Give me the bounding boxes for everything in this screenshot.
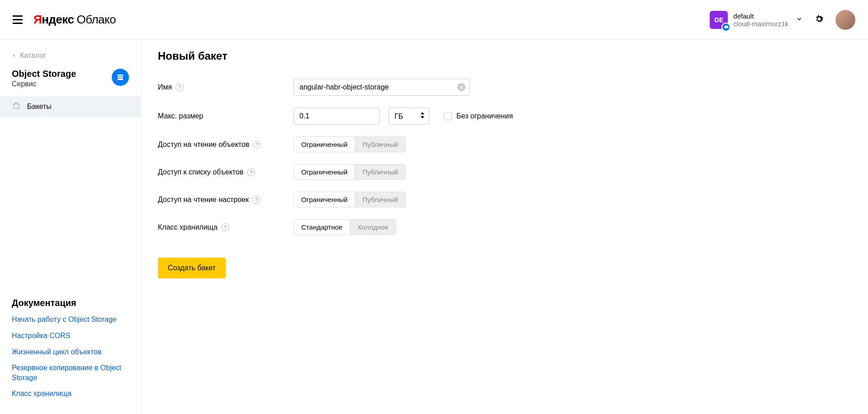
label-list-objects: Доступ к списку объектов bbox=[158, 168, 243, 176]
seg-storage-cold[interactable]: Холодное bbox=[350, 220, 396, 235]
back-label: Каталог bbox=[20, 52, 46, 60]
header-left: Яндекс Облако bbox=[13, 13, 116, 27]
seg-list-objects-restricted[interactable]: Ограниченный bbox=[294, 165, 355, 179]
chevron-left-icon bbox=[12, 52, 16, 59]
help-icon[interactable]: ? bbox=[221, 223, 229, 231]
layout: Каталог Object Storage Сервис Бакеты Док… bbox=[0, 40, 868, 414]
logo-ya: Я bbox=[33, 13, 42, 27]
row-list-objects: Доступ к списку объектов ? Ограниченный … bbox=[158, 164, 852, 180]
seg-read-settings-restricted[interactable]: Ограниченный bbox=[294, 192, 355, 207]
create-bucket-button[interactable]: Создать бакет bbox=[158, 258, 226, 278]
logo-cloud: Облако bbox=[77, 13, 116, 27]
account-selector[interactable]: DE default cloud-maximurz1k bbox=[710, 11, 803, 29]
account-badge: DE bbox=[710, 11, 728, 29]
service-header: Object Storage Сервис bbox=[0, 62, 141, 96]
label-storage-class: Класс хранилища bbox=[158, 223, 218, 231]
hamburger-menu-button[interactable] bbox=[13, 15, 23, 24]
doc-link-cors[interactable]: Настройка CORS bbox=[12, 331, 129, 341]
label-max-size: Макс. размер bbox=[158, 112, 203, 120]
account-name: default bbox=[733, 12, 788, 20]
page-title: Новый бакет bbox=[158, 50, 852, 62]
account-badge-text: DE bbox=[715, 16, 723, 24]
segment-storage-class: Стандартное Холодное bbox=[294, 219, 396, 235]
settings-gear-icon[interactable] bbox=[814, 14, 825, 26]
logo[interactable]: Яндекс Облако bbox=[33, 13, 116, 27]
cloud-icon bbox=[721, 23, 730, 32]
sidebar-item-buckets[interactable]: Бакеты bbox=[0, 96, 141, 117]
logo-ndex: ндекс bbox=[42, 13, 74, 27]
service-icon bbox=[112, 69, 129, 86]
help-icon[interactable]: ? bbox=[247, 168, 255, 176]
help-icon[interactable]: ? bbox=[252, 196, 261, 204]
size-unit-select[interactable]: ГБ bbox=[389, 108, 429, 125]
seg-read-objects-public[interactable]: Публичный bbox=[355, 137, 405, 152]
service-title: Object Storage bbox=[12, 69, 76, 79]
max-size-input[interactable] bbox=[294, 108, 379, 125]
doc-link-lifecycle[interactable]: Жизненный цикл объектов bbox=[12, 347, 129, 357]
clear-input-icon[interactable] bbox=[457, 83, 465, 91]
doc-link-storage-class[interactable]: Класс хранилища bbox=[12, 389, 129, 399]
header-right: DE default cloud-maximurz1k bbox=[710, 10, 855, 30]
bucket-name-input[interactable] bbox=[294, 79, 470, 96]
documentation-section: Документация Начать работу с Object Stor… bbox=[0, 298, 141, 405]
sidebar-item-buckets-label: Бакеты bbox=[27, 103, 52, 111]
back-to-catalog-link[interactable]: Каталог bbox=[0, 49, 141, 62]
account-labels: default cloud-maximurz1k bbox=[733, 12, 788, 28]
service-subtitle: Сервис bbox=[12, 80, 76, 88]
chevron-down-icon bbox=[796, 15, 803, 24]
docs-title: Документация bbox=[12, 298, 129, 308]
seg-read-objects-restricted[interactable]: Ограниченный bbox=[294, 137, 355, 152]
segment-read-settings: Ограниченный Публичный bbox=[294, 192, 406, 207]
sidebar: Каталог Object Storage Сервис Бакеты Док… bbox=[0, 40, 141, 414]
unlimited-checkbox[interactable] bbox=[444, 112, 452, 120]
doc-link-backup[interactable]: Резервное копирование в Object Storage bbox=[12, 363, 129, 382]
bucket-icon bbox=[12, 102, 21, 112]
row-read-objects: Доступ на чтение объектов ? Ограниченный… bbox=[158, 136, 852, 152]
segment-list-objects: Ограниченный Публичный bbox=[294, 164, 406, 180]
user-avatar[interactable] bbox=[835, 10, 855, 30]
seg-storage-standard[interactable]: Стандартное bbox=[294, 220, 350, 235]
seg-read-settings-public[interactable]: Публичный bbox=[355, 192, 405, 207]
row-read-settings: Доступ на чтение настроек ? Ограниченный… bbox=[158, 192, 852, 207]
label-read-settings: Доступ на чтение настроек bbox=[158, 196, 249, 204]
main-content: Новый бакет Имя ? Макс. размер ГБ bbox=[141, 40, 868, 414]
header: Яндекс Облако DE default cloud-maximurz1… bbox=[0, 0, 868, 40]
label-unlimited: Без ограничения bbox=[456, 112, 513, 120]
help-icon[interactable]: ? bbox=[253, 141, 261, 149]
row-max-size: Макс. размер ГБ Без ограничения bbox=[158, 108, 852, 125]
label-read-objects: Доступ на чтение объектов bbox=[158, 141, 249, 149]
account-subname: cloud-maximurz1k bbox=[733, 20, 788, 28]
help-icon[interactable]: ? bbox=[175, 83, 184, 91]
label-name: Имя bbox=[158, 83, 172, 91]
row-name: Имя ? bbox=[158, 79, 852, 96]
row-storage-class: Класс хранилища ? Стандартное Холодное bbox=[158, 219, 852, 235]
segment-read-objects: Ограниченный Публичный bbox=[294, 136, 406, 152]
doc-link-getting-started[interactable]: Начать работу с Object Storage bbox=[12, 315, 129, 325]
seg-list-objects-public[interactable]: Публичный bbox=[355, 165, 405, 179]
